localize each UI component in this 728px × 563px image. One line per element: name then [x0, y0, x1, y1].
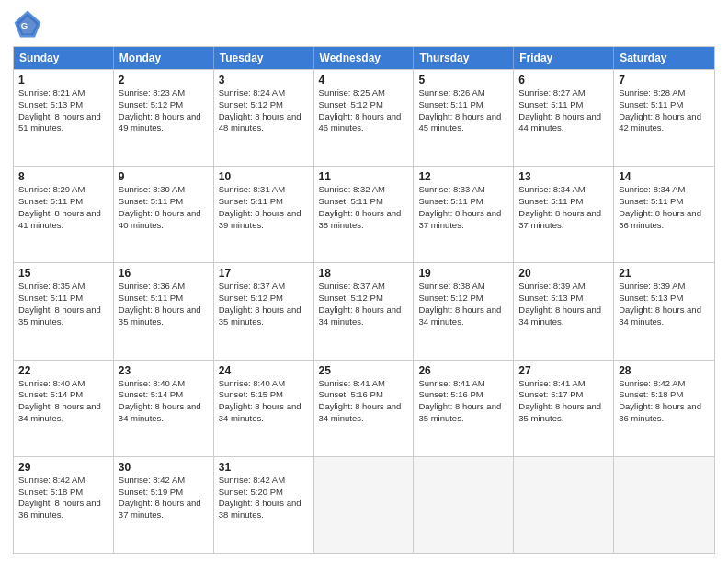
- day-cell-26: 26Sunrise: 8:41 AMSunset: 5:16 PMDayligh…: [414, 361, 514, 456]
- day-cell-23: 23Sunrise: 8:40 AMSunset: 5:14 PMDayligh…: [114, 361, 214, 456]
- day-number: 29: [18, 461, 108, 474]
- day-number: 27: [518, 364, 609, 377]
- day-cell-7: 7Sunrise: 8:28 AMSunset: 5:11 PMDaylight…: [614, 70, 714, 166]
- day-number: 19: [418, 267, 508, 280]
- day-info: Sunrise: 8:40 AMSunset: 5:15 PMDaylight:…: [219, 378, 309, 425]
- day-number: 2: [119, 74, 209, 86]
- day-info: Sunrise: 8:33 AMSunset: 5:11 PMDaylight:…: [418, 184, 508, 231]
- day-info: Sunrise: 8:34 AMSunset: 5:11 PMDaylight:…: [619, 184, 710, 231]
- day-info: Sunrise: 8:40 AMSunset: 5:14 PMDaylight:…: [18, 378, 108, 425]
- logo-icon: G: [13, 9, 42, 39]
- day-number: 16: [119, 267, 209, 280]
- day-number: 26: [418, 364, 508, 377]
- day-info: Sunrise: 8:37 AMSunset: 5:12 PMDaylight:…: [219, 281, 309, 327]
- day-info: Sunrise: 8:25 AMSunset: 5:12 PMDaylight:…: [319, 87, 409, 134]
- day-info: Sunrise: 8:34 AMSunset: 5:11 PMDaylight:…: [518, 184, 609, 231]
- day-info: Sunrise: 8:38 AMSunset: 5:12 PMDaylight:…: [418, 281, 508, 327]
- calendar-header: SundayMondayTuesdayWednesdayThursdayFrid…: [14, 47, 714, 69]
- day-cell-9: 9Sunrise: 8:30 AMSunset: 5:11 PMDaylight…: [114, 167, 214, 262]
- day-cell-31: 31Sunrise: 8:42 AMSunset: 5:20 PMDayligh…: [214, 457, 314, 553]
- day-number: 7: [619, 74, 710, 86]
- day-number: 4: [319, 74, 409, 86]
- day-cell-28: 28Sunrise: 8:42 AMSunset: 5:18 PMDayligh…: [614, 361, 714, 456]
- day-cell-15: 15Sunrise: 8:35 AMSunset: 5:11 PMDayligh…: [14, 263, 114, 359]
- header-day-saturday: Saturday: [614, 47, 714, 69]
- day-number: 15: [18, 267, 108, 280]
- header-day-tuesday: Tuesday: [214, 47, 314, 69]
- day-cell-8: 8Sunrise: 8:29 AMSunset: 5:11 PMDaylight…: [14, 167, 114, 262]
- day-info: Sunrise: 8:40 AMSunset: 5:14 PMDaylight:…: [119, 378, 209, 425]
- day-number: 24: [219, 364, 309, 377]
- day-info: Sunrise: 8:27 AMSunset: 5:11 PMDaylight:…: [518, 87, 609, 134]
- day-cell-5: 5Sunrise: 8:26 AMSunset: 5:11 PMDaylight…: [414, 70, 514, 166]
- day-info: Sunrise: 8:42 AMSunset: 5:18 PMDaylight:…: [18, 475, 108, 522]
- empty-cell: [514, 457, 614, 553]
- empty-cell: [614, 457, 714, 553]
- day-info: Sunrise: 8:35 AMSunset: 5:11 PMDaylight:…: [18, 281, 108, 327]
- day-number: 12: [418, 170, 508, 183]
- week-row-1: 1Sunrise: 8:21 AMSunset: 5:13 PMDaylight…: [14, 69, 714, 166]
- day-number: 21: [619, 267, 710, 280]
- day-info: Sunrise: 8:31 AMSunset: 5:11 PMDaylight:…: [219, 184, 309, 231]
- week-row-2: 8Sunrise: 8:29 AMSunset: 5:11 PMDaylight…: [14, 166, 714, 262]
- day-cell-20: 20Sunrise: 8:39 AMSunset: 5:13 PMDayligh…: [514, 263, 614, 359]
- day-cell-11: 11Sunrise: 8:32 AMSunset: 5:11 PMDayligh…: [314, 167, 415, 262]
- day-cell-24: 24Sunrise: 8:40 AMSunset: 5:15 PMDayligh…: [214, 361, 314, 456]
- day-cell-22: 22Sunrise: 8:40 AMSunset: 5:14 PMDayligh…: [14, 361, 114, 456]
- week-row-4: 22Sunrise: 8:40 AMSunset: 5:14 PMDayligh…: [14, 360, 714, 456]
- day-cell-18: 18Sunrise: 8:37 AMSunset: 5:12 PMDayligh…: [314, 263, 415, 359]
- day-number: 28: [619, 364, 710, 377]
- header-day-sunday: Sunday: [14, 47, 114, 69]
- empty-cell: [314, 457, 415, 553]
- header-day-friday: Friday: [514, 47, 614, 69]
- day-number: 3: [219, 74, 309, 86]
- day-info: Sunrise: 8:39 AMSunset: 5:13 PMDaylight:…: [518, 281, 609, 327]
- day-info: Sunrise: 8:30 AMSunset: 5:11 PMDaylight:…: [119, 184, 209, 231]
- day-number: 14: [619, 170, 710, 183]
- header: G: [13, 9, 715, 39]
- day-info: Sunrise: 8:41 AMSunset: 5:17 PMDaylight:…: [518, 378, 609, 425]
- day-cell-29: 29Sunrise: 8:42 AMSunset: 5:18 PMDayligh…: [14, 457, 114, 553]
- day-info: Sunrise: 8:29 AMSunset: 5:11 PMDaylight:…: [18, 184, 108, 231]
- day-cell-14: 14Sunrise: 8:34 AMSunset: 5:11 PMDayligh…: [614, 167, 714, 262]
- day-number: 22: [18, 364, 108, 377]
- header-day-monday: Monday: [114, 47, 214, 69]
- header-day-thursday: Thursday: [414, 47, 514, 69]
- day-cell-16: 16Sunrise: 8:36 AMSunset: 5:11 PMDayligh…: [114, 263, 214, 359]
- day-info: Sunrise: 8:41 AMSunset: 5:16 PMDaylight:…: [319, 378, 409, 425]
- day-cell-3: 3Sunrise: 8:24 AMSunset: 5:12 PMDaylight…: [214, 70, 314, 166]
- day-number: 31: [219, 461, 309, 474]
- day-cell-21: 21Sunrise: 8:39 AMSunset: 5:13 PMDayligh…: [614, 263, 714, 359]
- day-cell-6: 6Sunrise: 8:27 AMSunset: 5:11 PMDaylight…: [514, 70, 614, 166]
- day-number: 1: [18, 74, 108, 86]
- day-info: Sunrise: 8:32 AMSunset: 5:11 PMDaylight:…: [319, 184, 409, 231]
- day-info: Sunrise: 8:24 AMSunset: 5:12 PMDaylight:…: [219, 87, 309, 134]
- day-info: Sunrise: 8:41 AMSunset: 5:16 PMDaylight:…: [418, 378, 508, 425]
- day-number: 9: [119, 170, 209, 183]
- empty-cell: [414, 457, 514, 553]
- day-cell-19: 19Sunrise: 8:38 AMSunset: 5:12 PMDayligh…: [414, 263, 514, 359]
- day-number: 8: [18, 170, 108, 183]
- day-number: 10: [219, 170, 309, 183]
- day-cell-30: 30Sunrise: 8:42 AMSunset: 5:19 PMDayligh…: [114, 457, 214, 553]
- day-number: 30: [119, 461, 209, 474]
- day-cell-25: 25Sunrise: 8:41 AMSunset: 5:16 PMDayligh…: [314, 361, 415, 456]
- day-number: 17: [219, 267, 309, 280]
- day-cell-13: 13Sunrise: 8:34 AMSunset: 5:11 PMDayligh…: [514, 167, 614, 262]
- day-cell-17: 17Sunrise: 8:37 AMSunset: 5:12 PMDayligh…: [214, 263, 314, 359]
- day-cell-10: 10Sunrise: 8:31 AMSunset: 5:11 PMDayligh…: [214, 167, 314, 262]
- day-info: Sunrise: 8:42 AMSunset: 5:19 PMDaylight:…: [119, 475, 209, 522]
- day-info: Sunrise: 8:23 AMSunset: 5:12 PMDaylight:…: [119, 87, 209, 134]
- header-day-wednesday: Wednesday: [314, 47, 415, 69]
- calendar-body: 1Sunrise: 8:21 AMSunset: 5:13 PMDaylight…: [14, 69, 714, 553]
- day-info: Sunrise: 8:37 AMSunset: 5:12 PMDaylight:…: [319, 281, 409, 327]
- day-info: Sunrise: 8:42 AMSunset: 5:18 PMDaylight:…: [619, 378, 710, 425]
- svg-text:G: G: [21, 20, 28, 30]
- day-cell-4: 4Sunrise: 8:25 AMSunset: 5:12 PMDaylight…: [314, 70, 415, 166]
- logo: G: [13, 9, 46, 39]
- day-number: 6: [518, 74, 609, 86]
- day-cell-2: 2Sunrise: 8:23 AMSunset: 5:12 PMDaylight…: [114, 70, 214, 166]
- day-number: 20: [518, 267, 609, 280]
- day-cell-27: 27Sunrise: 8:41 AMSunset: 5:17 PMDayligh…: [514, 361, 614, 456]
- day-info: Sunrise: 8:36 AMSunset: 5:11 PMDaylight:…: [119, 281, 209, 327]
